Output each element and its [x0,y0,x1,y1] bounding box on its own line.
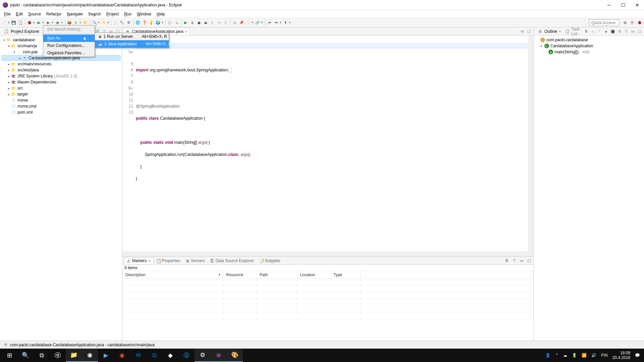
ubuntu-app[interactable]: ◉ [114,349,130,362]
hide-fields-icon[interactable]: ○ [590,28,596,35]
tree-jre[interactable]: ▸JRE System Library [JavaSE-1.8] [1,73,121,79]
vscode-app[interactable]: ⧉ [146,349,162,362]
tip-icon[interactable]: 💡 [148,20,154,26]
skype-app[interactable]: Ⓢ [178,349,195,362]
tree-test[interactable]: ▸src/test/java [1,67,121,73]
ctx-org-fav[interactable]: Organize Favorites... [43,49,95,57]
diamond-app[interactable]: ◆ [162,349,178,362]
tree-mvnw[interactable]: mvnw [1,97,121,103]
hide-nonpublic-icon[interactable]: ● [603,28,609,35]
search-icon[interactable]: 🔍 [92,20,98,26]
tray-expand-icon[interactable]: ⌃ [555,353,558,358]
wrench-icon[interactable]: 🔧 [119,20,125,26]
close-icon[interactable]: ✕ [558,29,561,33]
explorer-app[interactable]: 📁 [66,349,82,362]
menu-search[interactable]: Search [86,11,104,17]
menu-project[interactable]: Project [104,11,121,17]
minimize-editor-icon[interactable]: ▭ [519,28,525,35]
dropdown-icon[interactable]: ▼ [261,21,263,24]
step-icon[interactable]: ↘ [173,20,179,26]
col-location[interactable]: Location [297,271,331,279]
outline-package[interactable]: ▫ com.packt.cardatabase [535,37,643,43]
debug-icon[interactable]: 🐞 [26,20,33,26]
dropdown-icon[interactable]: ▼ [279,21,282,24]
hide-local-icon[interactable]: ⬤ [610,28,616,35]
suspend-icon[interactable]: ⏸ [189,20,195,26]
new-class-icon[interactable]: © [73,20,79,26]
dropdown-icon[interactable]: ▼ [7,21,10,24]
stepover-icon[interactable]: ⤻ [216,20,222,26]
tree-resources[interactable]: ▸src/main/resources [1,61,121,67]
dropdown-icon[interactable]: ▼ [33,21,35,24]
java-perspective-icon[interactable]: ☕ [629,20,635,26]
menu-run[interactable]: Run [121,11,134,17]
filter-icon[interactable]: ⋮ [245,20,251,26]
maximize-icon[interactable]: ▢ [637,28,643,35]
dropdown-icon[interactable]: ▼ [107,21,109,24]
people-icon[interactable]: 👤 [545,353,550,358]
tree-target[interactable]: ▸target [1,91,121,97]
maximize-button[interactable]: ☐ [619,1,627,9]
stepinto-icon[interactable]: ⤵ [209,20,215,26]
paint-app[interactable]: 🎨 [227,349,243,362]
outline-tab[interactable]: ⊟ Outline ✕ [535,28,563,35]
run-last-icon[interactable]: ▶ [45,20,51,26]
battery-icon[interactable]: 🔋 [572,353,577,358]
filter-icon[interactable]: ⚙ [504,258,510,264]
tab-markers[interactable]: ⚠Markers✕ [124,257,154,264]
minimize-icon[interactable]: ▭ [630,28,636,35]
close-icon[interactable]: ✕ [148,259,151,263]
disconnect-icon[interactable]: ⏏ [203,20,209,26]
outline-class[interactable]: ▾ C CardatabaseApplication [535,43,643,49]
stepreturn-icon[interactable]: ⤴ [223,20,229,26]
view-menu-icon[interactable]: ▽ [623,28,629,35]
tasklist-tab[interactable]: 📋 Task List [563,26,583,37]
resume-icon[interactable]: ▶ [182,20,189,26]
terminate-icon[interactable]: ⏹ [196,20,202,26]
code-area[interactable]: kt.cardatabase; import org.springframewo… [136,36,528,251]
start-button[interactable]: ⊞ [1,349,17,362]
menu-edit[interactable]: Edit [13,11,25,17]
horizontal-scrollbar[interactable] [122,251,533,256]
taskview-button[interactable]: ⧉ [34,349,50,362]
save-icon[interactable]: 💾 [11,20,17,26]
tab-servers[interactable]: 🖥Servers [183,258,207,264]
new-icon[interactable]: 📄 [1,20,7,26]
wifi-icon[interactable]: 📶 [582,353,587,358]
ctx-run-config[interactable]: Run Configurations... [43,42,95,49]
gear-icon[interactable]: ⚙ [126,20,132,26]
onedrive-icon[interactable]: ☁ [563,353,567,358]
forward-icon[interactable]: ➡ [273,20,279,26]
maximize-editor-icon[interactable]: ▢ [526,28,532,35]
volume-icon[interactable]: 🔊 [591,353,596,358]
browser-icon[interactable]: 🌐 [135,20,141,26]
expand-icon[interactable]: ▾ [539,44,543,48]
edge-app[interactable]: ⓔ [50,349,66,362]
dropdown-icon[interactable]: ▼ [42,21,45,24]
eclipse-app[interactable]: ◉ [211,349,227,362]
col-path[interactable]: Path [257,271,297,279]
language-indicator[interactable]: FIN [601,353,607,358]
menu-navigate[interactable]: Navigate [64,11,85,17]
globe-icon[interactable]: 🌍 [155,20,161,26]
coverage-icon[interactable]: ◉ [55,20,61,26]
link-icon[interactable]: 🔗 [255,20,261,26]
open-perspective-icon[interactable]: ⊞ [622,20,628,26]
back-icon[interactable]: ⬅ [266,20,272,26]
dropdown-icon[interactable]: ▼ [251,21,254,24]
wand-icon[interactable]: ✨ [101,20,107,26]
tab-snippets[interactable]: 📝Snippets [257,258,283,264]
minimize-icon[interactable]: ▭ [519,258,525,264]
quick-access-input[interactable] [589,19,619,26]
sort-icon[interactable]: ⇅ [583,28,589,35]
menu-refactor[interactable]: Refactor [44,11,64,17]
focus-icon[interactable]: ⊙ [616,28,623,35]
close-tab-icon[interactable]: ✕ [185,30,187,34]
tree-src[interactable]: ▸src [1,85,121,91]
outline-method[interactable]: ● main(String[]): void [535,49,643,55]
col-description[interactable]: Description ▴ [123,271,223,279]
new-package-icon[interactable]: 📦 [66,20,72,26]
run-icon[interactable]: ▶ [36,20,42,26]
box-icon[interactable]: ▢ [167,20,173,26]
menu-help[interactable]: Help [154,11,168,17]
